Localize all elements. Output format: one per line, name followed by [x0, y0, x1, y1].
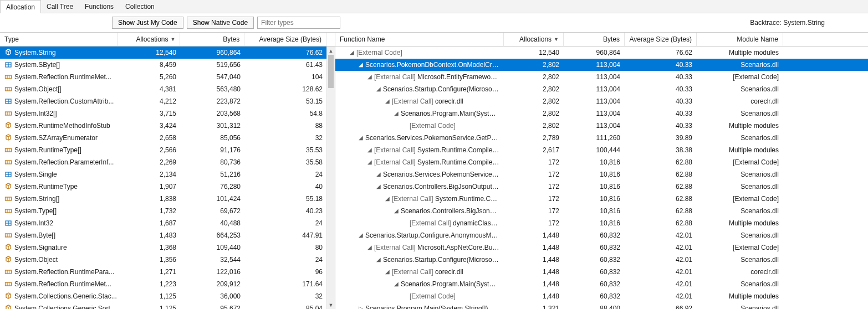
type-row[interactable]: System.Byte[]1,483664,253447.91 — [0, 229, 335, 241]
header-bt-average-size[interactable]: Average Size (Bytes) — [625, 33, 697, 46]
backtrace-row[interactable]: [External Call] dynamicClass.lam...17210… — [335, 217, 868, 229]
backtrace-row[interactable]: [External Code]1,44860,83242.01Multiple … — [335, 290, 868, 302]
backtrace-row[interactable]: ◢Scenarios.Program.Main(System.Stri...2,… — [335, 107, 868, 120]
type-row[interactable]: System.Reflection.RuntimePara...1,271122… — [0, 266, 335, 278]
function-label: Scenarios.Services.PokemonService.GetPok… — [365, 134, 499, 142]
type-row[interactable]: System.Object1,35632,54424 — [0, 254, 335, 266]
scrollbar-vertical[interactable]: ▲ ▼ — [326, 47, 335, 309]
backtrace-row[interactable]: [External Code]2,802113,00440.33Multiple… — [335, 120, 868, 132]
show-just-my-code-button[interactable]: Show Just My Code — [112, 17, 183, 29]
tab-collection[interactable]: Collection — [120, 0, 161, 13]
collapse-icon[interactable]: ◢ — [349, 49, 355, 55]
type-row[interactable]: System.String12,540960,86476.62 — [0, 47, 335, 59]
backtrace-row[interactable]: ◢[External Call] System.Runtime.Com...17… — [335, 193, 868, 205]
type-row[interactable]: System.Collections.Generic.Sort...1,1259… — [0, 302, 335, 309]
bt-allocations-cell: 1,448 — [504, 254, 564, 265]
backtrace-row[interactable]: ◢Scenarios.Program.Main(System.Stri...1,… — [335, 278, 868, 290]
type-row[interactable]: System.Int321,68740,48824 — [0, 217, 335, 229]
backtrace-row[interactable]: ◢[External Call] System.Runtime.Compiler… — [335, 156, 868, 168]
collapse-icon[interactable]: ◢ — [393, 208, 400, 214]
backtrace-row[interactable]: ◢[External Call] System.Runtime.Compiler… — [335, 144, 868, 156]
backtrace-row[interactable]: ◢Scenarios.Services.PokemonService.GetPo… — [335, 132, 868, 144]
allocations-cell: 2,269 — [118, 156, 181, 168]
type-row[interactable]: System.RuntimeType1,90776,28040 — [0, 181, 335, 193]
collapse-icon[interactable]: ◢ — [358, 61, 364, 68]
backtrace-row[interactable]: ◢Scenarios.Startup.Configure.AnonymousMe… — [335, 229, 868, 241]
collapse-icon[interactable]: ◢ — [375, 171, 382, 177]
bt-avg-cell: 76.62 — [625, 47, 697, 58]
backtrace-row[interactable]: ◢Scenarios.Services.PokemonService.GetP.… — [335, 168, 868, 181]
type-row[interactable]: System.Reflection.ParameterInf...2,26980… — [0, 156, 335, 168]
expand-icon[interactable]: ▷ — [358, 305, 364, 309]
backtrace-row[interactable]: ◢Scenarios.Controllers.BigJsonOutputC...… — [335, 181, 868, 193]
type-row[interactable]: System.RuntimeMethodInfoStub3,424301,312… — [0, 120, 335, 132]
backtrace-row[interactable]: ◢[External Call] coreclr.dll1,44860,8324… — [335, 266, 868, 278]
collapse-icon[interactable]: ◢ — [366, 74, 373, 80]
backtrace-row[interactable]: ◢[External Call] Microsoft.AspNetCore.Bu… — [335, 241, 868, 254]
tab-call-tree[interactable]: Call Tree — [41, 0, 79, 13]
tab-functions[interactable]: Functions — [79, 0, 120, 13]
collapse-icon[interactable]: ◢ — [366, 147, 373, 153]
backtrace-row[interactable]: ◢[External Code]12,540960,86476.62Multip… — [335, 47, 868, 59]
scroll-thumb[interactable] — [328, 55, 334, 88]
header-bt-bytes[interactable]: Bytes — [564, 33, 625, 46]
array-icon — [4, 158, 12, 166]
collapse-icon[interactable]: ◢ — [384, 269, 391, 275]
backtrace-row[interactable]: ◢Scenarios.PokemonDbContext.OnModelCreat… — [335, 59, 868, 71]
type-row[interactable]: System.Int32[]3,715203,56854.8 — [0, 107, 335, 120]
header-bytes[interactable]: Bytes — [180, 33, 244, 46]
backtrace-row[interactable]: ◢Scenarios.Controllers.BigJsonOutp...172… — [335, 205, 868, 217]
show-native-code-button[interactable]: Show Native Code — [187, 17, 254, 29]
type-row[interactable]: System.Object[]4,381563,480128.62 — [0, 83, 335, 95]
collapse-icon[interactable]: ◢ — [358, 135, 364, 141]
type-row[interactable]: System.RuntimeType[]2,56691,17635.53 — [0, 144, 335, 156]
backtrace-row[interactable]: ◢[External Call] Microsoft.EntityFramewo… — [335, 71, 868, 83]
bt-allocations-cell: 2,802 — [504, 71, 564, 83]
header-type[interactable]: Type — [0, 33, 118, 46]
header-bt-allocations[interactable]: Allocations ▼ — [504, 33, 564, 46]
type-name-cell: System.RuntimeMethodInfoStub — [0, 120, 118, 131]
bt-avg-cell: 40.33 — [625, 59, 697, 70]
type-row[interactable]: System.Reflection.RuntimeMet...1,223209,… — [0, 278, 335, 290]
header-average-size[interactable]: Average Size (Bytes) — [244, 33, 326, 46]
scroll-down-icon[interactable]: ▼ — [327, 301, 335, 309]
backtrace-row[interactable]: ▷Scenarios.Program.Main(System.String[])… — [335, 302, 868, 309]
backtrace-header-row: Function Name Allocations ▼ Bytes Averag… — [335, 33, 868, 47]
allocations-cell: 12,540 — [118, 47, 181, 58]
type-row[interactable]: System.Type[]1,73269,67240.23 — [0, 205, 335, 217]
type-row[interactable]: System.Reflection.CustomAttrib...4,21222… — [0, 95, 335, 107]
collapse-icon[interactable]: ◢ — [375, 86, 382, 92]
type-row[interactable]: System.SZArrayEnumerator2,65885,05632 — [0, 132, 335, 144]
type-name-cell: System.Reflection.RuntimeMet... — [0, 278, 118, 290]
header-function-name[interactable]: Function Name — [335, 33, 504, 46]
type-row[interactable]: System.Reflection.RuntimeMet...5,260547,… — [0, 71, 335, 83]
tab-allocation[interactable]: Allocation — [0, 0, 41, 13]
module-name-cell: Multiple modules — [697, 290, 783, 302]
collapse-icon[interactable]: ◢ — [384, 98, 391, 104]
type-row[interactable]: System.SByte[]8,459519,65661.43 — [0, 59, 335, 71]
collapse-icon[interactable]: ◢ — [375, 183, 382, 189]
collapse-icon[interactable]: ◢ — [375, 256, 382, 262]
header-allocations[interactable]: Allocations ▼ — [118, 33, 181, 46]
array-icon — [4, 73, 12, 81]
type-row[interactable]: System.Signature1,368109,44080 — [0, 241, 335, 254]
collapse-icon[interactable]: ◢ — [358, 232, 364, 238]
collapse-icon[interactable]: ◢ — [393, 281, 400, 287]
svg-rect-33 — [6, 234, 12, 237]
type-row[interactable]: System.Single2,13451,21624 — [0, 168, 335, 181]
scroll-up-icon[interactable]: ▲ — [327, 47, 335, 55]
filter-types-input[interactable] — [257, 17, 340, 29]
module-name-cell: Multiple modules — [697, 217, 783, 229]
toolbar: Show Just My Code Show Native Code Backt… — [0, 13, 868, 32]
collapse-icon[interactable]: ◢ — [384, 195, 391, 202]
collapse-icon[interactable]: ◢ — [366, 244, 373, 250]
backtrace-row[interactable]: ◢[External Call] coreclr.dll2,802113,004… — [335, 95, 868, 107]
type-row[interactable]: System.String[]1,838101,42455.18 — [0, 193, 335, 205]
backtrace-row[interactable]: ◢Scenarios.Startup.Configure(Microsoft.A… — [335, 254, 868, 266]
collapse-icon[interactable]: ◢ — [393, 110, 400, 116]
type-row[interactable]: System.Collections.Generic.Stac...1,1253… — [0, 290, 335, 302]
collapse-icon[interactable]: ◢ — [366, 159, 373, 165]
backtrace-row[interactable]: ◢Scenarios.Startup.Configure(Microsoft.A… — [335, 83, 868, 95]
type-name-cell: System.Type[] — [0, 205, 118, 217]
header-module-name[interactable]: Module Name — [697, 33, 783, 46]
